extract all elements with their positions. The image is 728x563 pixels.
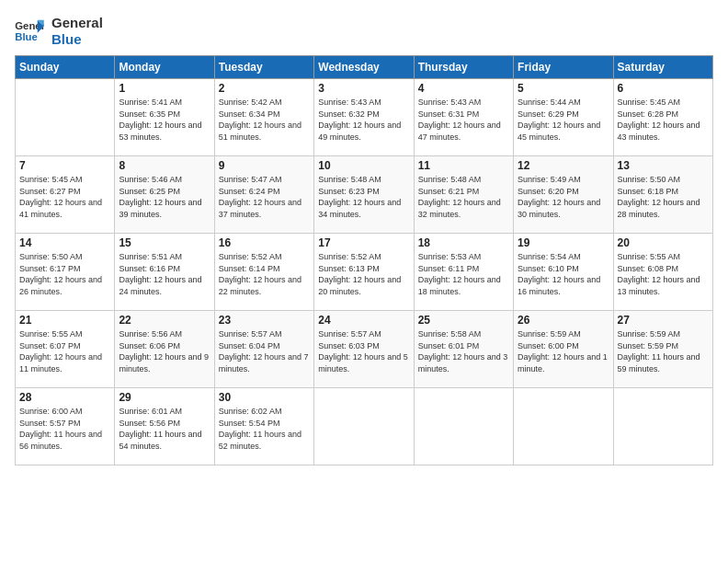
- day-detail: Sunrise: 5:44 AMSunset: 6:29 PMDaylight:…: [518, 97, 609, 143]
- day-detail: Sunrise: 5:42 AMSunset: 6:34 PMDaylight:…: [219, 97, 310, 143]
- day-number: 8: [119, 159, 210, 172]
- calendar-cell: 29Sunrise: 6:01 AMSunset: 5:56 PMDayligh…: [115, 388, 214, 465]
- svg-text:Blue: Blue: [15, 31, 38, 42]
- day-detail: Sunrise: 5:45 AMSunset: 6:27 PMDaylight:…: [19, 174, 110, 220]
- calendar-cell: [16, 79, 115, 156]
- day-detail: Sunrise: 5:49 AMSunset: 6:20 PMDaylight:…: [518, 174, 609, 220]
- day-number: 18: [418, 236, 509, 249]
- day-detail: Sunrise: 5:48 AMSunset: 6:21 PMDaylight:…: [418, 174, 509, 220]
- calendar-cell: 18Sunrise: 5:53 AMSunset: 6:11 PMDayligh…: [414, 234, 513, 311]
- day-detail: Sunrise: 5:50 AMSunset: 6:17 PMDaylight:…: [19, 251, 110, 297]
- day-detail: Sunrise: 5:52 AMSunset: 6:14 PMDaylight:…: [219, 251, 310, 297]
- calendar-cell: 27Sunrise: 5:59 AMSunset: 5:59 PMDayligh…: [613, 311, 712, 388]
- calendar-week-4: 21Sunrise: 5:55 AMSunset: 6:07 PMDayligh…: [16, 311, 713, 388]
- day-number: 21: [19, 314, 110, 327]
- day-number: 26: [518, 314, 609, 327]
- day-detail: Sunrise: 5:57 AMSunset: 6:04 PMDaylight:…: [219, 328, 310, 374]
- header-row: Sunday Monday Tuesday Wednesday Thursday…: [16, 56, 713, 79]
- day-detail: Sunrise: 6:02 AMSunset: 5:54 PMDaylight:…: [219, 406, 310, 452]
- calendar-cell: 20Sunrise: 5:55 AMSunset: 6:08 PMDayligh…: [613, 234, 712, 311]
- day-number: 7: [19, 159, 110, 172]
- calendar-week-1: 1Sunrise: 5:41 AMSunset: 6:35 PMDaylight…: [16, 79, 713, 156]
- calendar-cell: 13Sunrise: 5:50 AMSunset: 6:18 PMDayligh…: [613, 156, 712, 234]
- calendar-cell: 7Sunrise: 5:45 AMSunset: 6:27 PMDaylight…: [16, 156, 115, 234]
- day-number: 9: [219, 159, 310, 172]
- day-number: 5: [518, 82, 609, 95]
- day-detail: Sunrise: 5:55 AMSunset: 6:07 PMDaylight:…: [19, 328, 110, 374]
- calendar-cell: 1Sunrise: 5:41 AMSunset: 6:35 PMDaylight…: [115, 79, 214, 156]
- day-number: 3: [318, 82, 409, 95]
- day-detail: Sunrise: 5:41 AMSunset: 6:35 PMDaylight:…: [119, 97, 210, 143]
- logo: General Blue General Blue: [15, 15, 103, 48]
- day-detail: Sunrise: 6:01 AMSunset: 5:56 PMDaylight:…: [119, 406, 210, 452]
- calendar-cell: 30Sunrise: 6:02 AMSunset: 5:54 PMDayligh…: [214, 388, 313, 465]
- day-detail: Sunrise: 5:58 AMSunset: 6:01 PMDaylight:…: [418, 328, 509, 374]
- day-number: 30: [219, 391, 310, 404]
- day-detail: Sunrise: 5:46 AMSunset: 6:25 PMDaylight:…: [119, 174, 210, 220]
- day-detail: Sunrise: 5:57 AMSunset: 6:03 PMDaylight:…: [318, 328, 409, 374]
- day-detail: Sunrise: 5:43 AMSunset: 6:32 PMDaylight:…: [318, 97, 409, 143]
- col-tuesday: Tuesday: [214, 56, 313, 79]
- calendar-cell: 28Sunrise: 6:00 AMSunset: 5:57 PMDayligh…: [16, 388, 115, 465]
- logo-general: General: [51, 15, 103, 31]
- calendar-cell: 4Sunrise: 5:43 AMSunset: 6:31 PMDaylight…: [414, 79, 513, 156]
- col-friday: Friday: [514, 56, 613, 79]
- page-container: General Blue General Blue Sunday Monday …: [15, 15, 713, 465]
- calendar-table: Sunday Monday Tuesday Wednesday Thursday…: [15, 55, 713, 465]
- day-number: 14: [19, 236, 110, 249]
- day-number: 27: [618, 314, 709, 327]
- calendar-cell: 23Sunrise: 5:57 AMSunset: 6:04 PMDayligh…: [214, 311, 313, 388]
- day-number: 12: [518, 159, 609, 172]
- day-number: 25: [418, 314, 509, 327]
- calendar-cell: 14Sunrise: 5:50 AMSunset: 6:17 PMDayligh…: [16, 234, 115, 311]
- calendar-cell: 9Sunrise: 5:47 AMSunset: 6:24 PMDaylight…: [214, 156, 313, 234]
- col-monday: Monday: [115, 56, 214, 79]
- day-number: 24: [318, 314, 409, 327]
- logo-blue: Blue: [51, 31, 103, 48]
- day-detail: Sunrise: 5:51 AMSunset: 6:16 PMDaylight:…: [119, 251, 210, 297]
- calendar-cell: 21Sunrise: 5:55 AMSunset: 6:07 PMDayligh…: [16, 311, 115, 388]
- day-detail: Sunrise: 5:47 AMSunset: 6:24 PMDaylight:…: [219, 174, 310, 220]
- day-number: 1: [119, 82, 210, 95]
- calendar-week-3: 14Sunrise: 5:50 AMSunset: 6:17 PMDayligh…: [16, 234, 713, 311]
- day-number: 11: [418, 159, 509, 172]
- day-number: 16: [219, 236, 310, 249]
- day-detail: Sunrise: 5:55 AMSunset: 6:08 PMDaylight:…: [618, 251, 709, 297]
- day-detail: Sunrise: 5:56 AMSunset: 6:06 PMDaylight:…: [119, 328, 210, 374]
- calendar-cell: 8Sunrise: 5:46 AMSunset: 6:25 PMDaylight…: [115, 156, 214, 234]
- calendar-cell: 5Sunrise: 5:44 AMSunset: 6:29 PMDaylight…: [514, 79, 613, 156]
- day-detail: Sunrise: 5:54 AMSunset: 6:10 PMDaylight:…: [518, 251, 609, 297]
- day-detail: Sunrise: 5:48 AMSunset: 6:23 PMDaylight:…: [318, 174, 409, 220]
- day-number: 20: [618, 236, 709, 249]
- day-number: 17: [318, 236, 409, 249]
- day-number: 15: [119, 236, 210, 249]
- calendar-cell: 2Sunrise: 5:42 AMSunset: 6:34 PMDaylight…: [214, 79, 313, 156]
- calendar-cell: 15Sunrise: 5:51 AMSunset: 6:16 PMDayligh…: [115, 234, 214, 311]
- col-sunday: Sunday: [16, 56, 115, 79]
- calendar-cell: [613, 388, 712, 465]
- calendar-cell: 25Sunrise: 5:58 AMSunset: 6:01 PMDayligh…: [414, 311, 513, 388]
- day-detail: Sunrise: 5:45 AMSunset: 6:28 PMDaylight:…: [618, 97, 709, 143]
- calendar-cell: 17Sunrise: 5:52 AMSunset: 6:13 PMDayligh…: [314, 234, 414, 311]
- day-number: 6: [618, 82, 709, 95]
- calendar-cell: 19Sunrise: 5:54 AMSunset: 6:10 PMDayligh…: [514, 234, 613, 311]
- day-number: 29: [119, 391, 210, 404]
- calendar-week-2: 7Sunrise: 5:45 AMSunset: 6:27 PMDaylight…: [16, 156, 713, 234]
- calendar-cell: [314, 388, 414, 465]
- day-number: 23: [219, 314, 310, 327]
- day-number: 19: [518, 236, 609, 249]
- day-number: 2: [219, 82, 310, 95]
- calendar-cell: [514, 388, 613, 465]
- day-number: 4: [418, 82, 509, 95]
- calendar-cell: 3Sunrise: 5:43 AMSunset: 6:32 PMDaylight…: [314, 79, 414, 156]
- top-bar: General Blue General Blue: [15, 15, 713, 52]
- calendar-cell: 12Sunrise: 5:49 AMSunset: 6:20 PMDayligh…: [514, 156, 613, 234]
- calendar-cell: 24Sunrise: 5:57 AMSunset: 6:03 PMDayligh…: [314, 311, 414, 388]
- day-detail: Sunrise: 5:59 AMSunset: 5:59 PMDaylight:…: [618, 328, 709, 374]
- col-saturday: Saturday: [613, 56, 712, 79]
- day-number: 22: [119, 314, 210, 327]
- calendar-week-5: 28Sunrise: 6:00 AMSunset: 5:57 PMDayligh…: [16, 388, 713, 465]
- day-detail: Sunrise: 5:59 AMSunset: 6:00 PMDaylight:…: [518, 328, 609, 374]
- day-detail: Sunrise: 5:52 AMSunset: 6:13 PMDaylight:…: [318, 251, 409, 297]
- day-detail: Sunrise: 5:53 AMSunset: 6:11 PMDaylight:…: [418, 251, 509, 297]
